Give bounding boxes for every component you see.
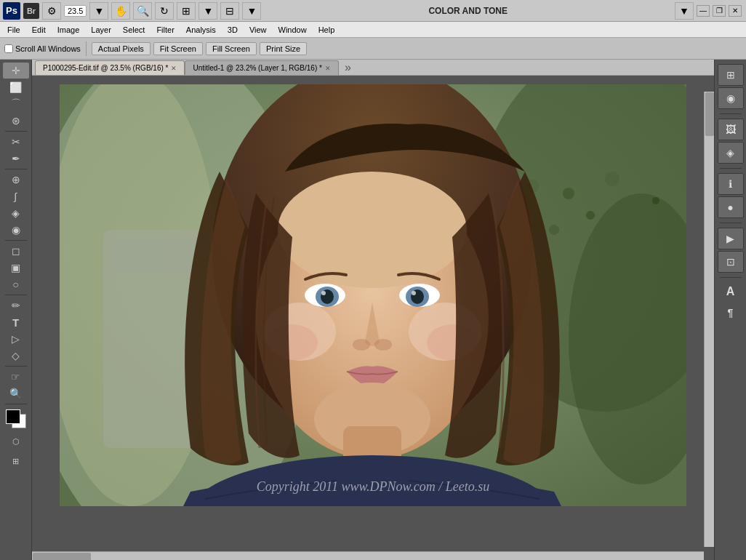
arrange-tool[interactable]: ⊟	[220, 2, 239, 20]
menu-file[interactable]: File	[1, 24, 26, 36]
svg-point-8	[549, 225, 559, 235]
close-button[interactable]: ✕	[729, 5, 742, 17]
horizontal-scroll-thumb[interactable]	[33, 553, 91, 560]
actual-pixels-button[interactable]: Actual Pixels	[92, 42, 151, 55]
fit-screen-button[interactable]: Fit Screen	[153, 42, 203, 55]
right-tool-image[interactable]: 🖼	[718, 119, 744, 140]
quick-mask-button[interactable]: ⬡	[6, 433, 26, 449]
grid-dropdown[interactable]: ▼	[198, 2, 217, 20]
scroll-all-label: Scroll All Windows	[15, 44, 81, 53]
fill-screen-button[interactable]: Fill Screen	[206, 42, 257, 55]
right-tool-type-A[interactable]: A	[723, 282, 738, 301]
svg-point-7	[605, 172, 619, 186]
pen-tool[interactable]: ✏	[3, 297, 29, 313]
restore-button[interactable]: ❐	[713, 5, 726, 17]
right-tool-type-p[interactable]: ¶	[725, 304, 737, 321]
photo-image: Copyright 2011 www.DPNow.com / Leeto.su	[60, 84, 686, 506]
foreground-color-swatch[interactable]	[6, 409, 20, 424]
vertical-scroll-thumb[interactable]	[705, 92, 714, 136]
gradient-tool[interactable]: ▣	[3, 260, 29, 276]
menu-view[interactable]: View	[244, 24, 273, 36]
tabs-bar: P1000295-Edit.tif @ 23.5% (RGB/16) * ✕ U…	[32, 60, 714, 76]
tab-close-1[interactable]: ✕	[171, 65, 177, 72]
svg-point-27	[412, 291, 416, 295]
menu-edit[interactable]: Edit	[26, 24, 52, 36]
menu-layer[interactable]: Layer	[85, 24, 117, 36]
canvas-area: P1000295-Edit.tif @ 23.5% (RGB/16) * ✕ U…	[32, 60, 714, 560]
print-size-button[interactable]: Print Size	[260, 42, 307, 55]
color-swatch-area[interactable]	[6, 409, 26, 428]
crop-tool[interactable]: ✂	[3, 134, 29, 150]
ps-logo: Ps	[3, 2, 20, 20]
tab-untitled[interactable]: Untitled-1 @ 23.2% (Layer 1, RGB/16) * ✕	[185, 60, 338, 75]
arrange-dropdown[interactable]: ▼	[242, 2, 261, 20]
toolbar-icon[interactable]: ⚙	[42, 2, 61, 20]
options-toolbar: Scroll All Windows Actual Pixels Fit Scr…	[0, 38, 746, 60]
hand-tool-left[interactable]: ☞	[3, 369, 29, 385]
tool-separator-2	[5, 169, 27, 169]
right-tool-sep-4	[720, 277, 742, 278]
right-tool-circle[interactable]: ◉	[718, 87, 744, 109]
vertical-scrollbar[interactable]	[704, 92, 714, 547]
tool-separator-5	[5, 366, 27, 367]
menu-help[interactable]: Help	[313, 24, 341, 36]
dodge-tool[interactable]: ○	[3, 276, 29, 292]
right-tools-group-3: ℹ ●	[718, 173, 744, 218]
zoom-tool-left[interactable]: 🔍	[3, 385, 29, 401]
eraser-tool[interactable]: ◻	[3, 243, 29, 259]
app-title: COLOR AND TONE	[261, 6, 675, 16]
spot-heal-tool[interactable]: ⊕	[3, 172, 29, 188]
svg-point-29	[374, 339, 392, 351]
tab-p1000295[interactable]: P1000295-Edit.tif @ 23.5% (RGB/16) * ✕	[35, 60, 185, 75]
path-select-tool[interactable]: ▷	[3, 331, 29, 347]
menu-select[interactable]: Select	[117, 24, 151, 36]
brush-tool[interactable]: ∫	[3, 188, 29, 204]
type-tool[interactable]: T	[3, 314, 29, 330]
titlebar: Ps Br ⚙ 23.5 ▼ ✋ 🔍 ↻ ⊞ ▼ ⊟ ▼ COLOR AND T…	[0, 0, 746, 22]
right-tool-sep-2	[720, 168, 742, 169]
hand-tool[interactable]: ✋	[111, 2, 130, 20]
clone-tool[interactable]: ◈	[3, 205, 29, 221]
move-tool[interactable]: ✛	[3, 63, 29, 79]
grid-tool[interactable]: ⊞	[177, 2, 196, 20]
quick-select-tool[interactable]: ⊛	[3, 113, 29, 129]
zoom-value[interactable]: 23.5	[64, 5, 87, 17]
eyedropper-tool[interactable]: ✒	[3, 151, 29, 167]
right-tool-diamond[interactable]: ◈	[718, 142, 744, 164]
tool-separator-6	[5, 404, 27, 404]
svg-point-9	[652, 197, 659, 204]
scroll-all-area: Scroll All Windows	[4, 44, 81, 53]
rotate-tool[interactable]: ↻	[155, 2, 174, 20]
canvas-container: Copyright 2011 www.DPNow.com / Leeto.su	[32, 76, 714, 560]
horizontal-scrollbar[interactable]	[32, 551, 704, 560]
right-tool-dot[interactable]: ●	[718, 196, 744, 218]
menu-analysis[interactable]: Analysis	[180, 24, 222, 36]
tab-close-2[interactable]: ✕	[325, 65, 331, 72]
tool-separator-4	[5, 295, 27, 295]
right-tool-info[interactable]: ℹ	[718, 173, 744, 195]
shape-tool[interactable]: ◇	[3, 348, 29, 364]
zoom-dropdown[interactable]: ▼	[89, 2, 108, 20]
menu-window[interactable]: Window	[273, 24, 313, 36]
zoom-tool[interactable]: 🔍	[133, 2, 152, 20]
menu-image[interactable]: Image	[52, 24, 86, 36]
right-tool-sep-1	[720, 113, 742, 114]
tool-separator-3	[5, 240, 27, 241]
titlebar-left: Ps Br ⚙ 23.5 ▼ ✋ 🔍 ↻ ⊞ ▼ ⊟ ▼	[0, 2, 261, 20]
right-tools-group-1: ⊞ ◉	[718, 64, 744, 109]
right-tool-play[interactable]: ▶	[718, 228, 744, 249]
tabs-scroll-right[interactable]: »	[342, 60, 354, 75]
menu-3d[interactable]: 3D	[222, 24, 244, 36]
right-panel: ⊞ ◉ 🖼 ◈ ℹ ● ▶ ⊡ A ¶	[714, 60, 746, 560]
scroll-all-checkbox[interactable]	[4, 44, 13, 53]
screen-mode-button[interactable]: ⊞	[3, 453, 29, 469]
right-tool-grid[interactable]: ⊡	[718, 251, 744, 273]
minimize-button[interactable]: —	[697, 5, 710, 17]
lasso-tool[interactable]: ⌒	[3, 96, 29, 112]
right-tool-arrangement[interactable]: ⊞	[718, 64, 744, 86]
tab-label-1: P1000295-Edit.tif @ 23.5% (RGB/16) *	[43, 64, 168, 72]
rectangle-select-tool[interactable]: ⬜	[3, 79, 29, 95]
title-dropdown[interactable]: ▼	[675, 2, 694, 20]
history-brush-tool[interactable]: ◉	[3, 222, 29, 238]
menu-filter[interactable]: Filter	[151, 24, 180, 36]
